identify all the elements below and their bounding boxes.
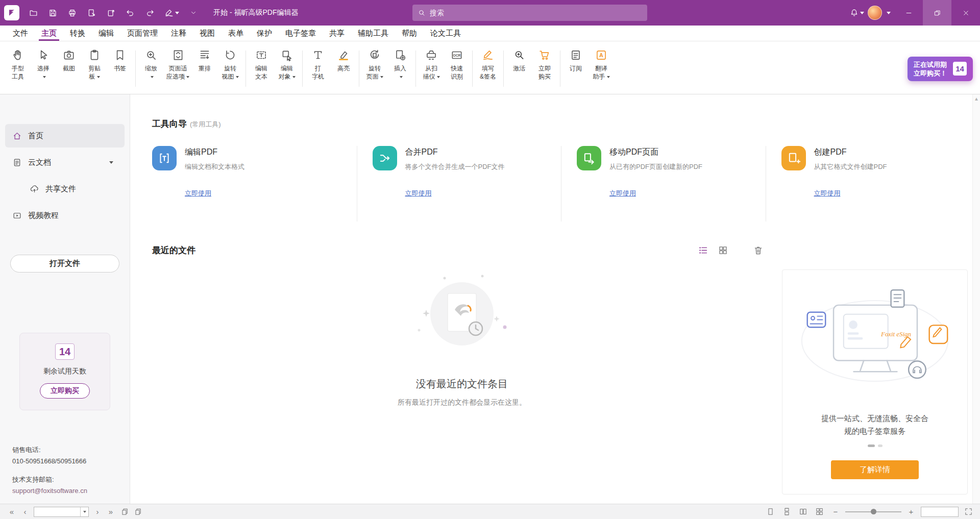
tab-form[interactable]: 表单: [222, 26, 250, 41]
close-button[interactable]: [951, 0, 980, 26]
redo-icon[interactable]: [141, 4, 158, 21]
ribbon-item-edit-object[interactable]: 编辑 对象: [274, 44, 300, 93]
tab-help[interactable]: 帮助: [395, 26, 424, 41]
account-dropdown-icon[interactable]: [882, 4, 894, 21]
merge-pdf-icon[interactable]: [373, 146, 397, 170]
ribbon-item-edit-text[interactable]: 编辑 文本: [249, 44, 274, 93]
last-page-icon[interactable]: »: [104, 506, 117, 518]
ribbon-item-typewriter[interactable]: 打 字机: [305, 44, 331, 93]
tab-protect[interactable]: 保护: [250, 26, 279, 41]
dot-active[interactable]: [868, 444, 875, 447]
zoom-in-icon[interactable]: +: [904, 506, 918, 518]
tab-comment[interactable]: 注释: [164, 26, 193, 41]
ribbon-label: 立即: [538, 64, 551, 72]
user-avatar[interactable]: [868, 6, 882, 20]
dot[interactable]: [878, 444, 883, 447]
ribbon-item-activate[interactable]: 激活: [506, 44, 532, 93]
ribbon-item-bookmark[interactable]: 书签: [107, 44, 133, 93]
tab-convert[interactable]: 转换: [63, 26, 92, 41]
undo-icon[interactable]: [121, 4, 139, 21]
use-now-link[interactable]: 立即使用: [185, 189, 211, 198]
export-icon[interactable]: [102, 4, 119, 21]
ribbon-item-fit-page[interactable]: 页面适 应选项: [164, 44, 192, 93]
create-pdf-icon[interactable]: [781, 146, 806, 170]
first-page-icon[interactable]: «: [5, 506, 18, 518]
trash-icon[interactable]: [752, 244, 765, 257]
ribbon-item-insert[interactable]: 插入: [387, 44, 413, 93]
tab-edit[interactable]: 编辑: [92, 26, 120, 41]
ribbon-item-translate-assistant[interactable]: 翻译 助手: [589, 44, 614, 93]
grid-view-icon[interactable]: [717, 244, 729, 257]
tab-home[interactable]: 主页: [35, 26, 63, 41]
save-as-icon[interactable]: [83, 4, 100, 21]
ribbon-item-snapshot[interactable]: 截图: [56, 44, 82, 93]
open-file-button[interactable]: 打开文件: [10, 255, 119, 273]
single-page-view-icon[interactable]: [764, 506, 777, 518]
ribbon-item-quick-ocr[interactable]: 快速 识别: [444, 44, 470, 93]
tab-view[interactable]: 视图: [193, 26, 222, 41]
ribbon-item-hand-tool[interactable]: 手型 工具: [5, 44, 31, 93]
search-input[interactable]: [430, 9, 642, 17]
edit-pdf-icon[interactable]: [152, 146, 177, 170]
list-view-icon[interactable]: [697, 244, 709, 257]
ribbon-item-from-scanner[interactable]: 从扫 描仪: [419, 44, 444, 93]
tab-share[interactable]: 共享: [323, 26, 351, 41]
next-view-icon[interactable]: [131, 506, 144, 518]
support-email-link[interactable]: support@foxitsoftware.cn: [12, 485, 87, 497]
ribbon-item-select[interactable]: 选择: [31, 44, 56, 93]
facing-continuous-view-icon[interactable]: [813, 506, 826, 518]
sidebar-item-home[interactable]: 首页: [5, 124, 125, 147]
continuous-view-icon[interactable]: [780, 506, 793, 518]
ocr-icon: [450, 46, 463, 64]
zoom-level-input[interactable]: [921, 508, 958, 517]
use-now-link[interactable]: 立即使用: [609, 189, 636, 198]
notifications-bell-icon[interactable]: [845, 4, 868, 21]
minimize-button[interactable]: [894, 0, 923, 26]
ribbon-item-rotate-pages[interactable]: 旋转 页面: [362, 44, 387, 93]
trial-buy-badge[interactable]: 正在试用期 立即购买！ 14: [908, 57, 973, 81]
sidebar-item-cloud-docs[interactable]: 云文档: [5, 151, 125, 174]
ribbon-item-buy-now[interactable]: 立即 购买: [532, 44, 557, 93]
ribbon-item-rotate-view[interactable]: 旋转 视图: [217, 44, 243, 93]
collapse-ribbon-icon[interactable]: [185, 4, 202, 21]
sidebar-item-video-tutorials[interactable]: 视频教程: [5, 204, 125, 227]
tool-card-title: 合并PDF: [405, 146, 505, 158]
tab-accessibility[interactable]: 辅助工具: [351, 26, 395, 41]
zoom-slider-thumb[interactable]: [871, 509, 876, 514]
tab-page-manage[interactable]: 页面管理: [120, 26, 164, 41]
foxit-logo-icon[interactable]: [4, 5, 19, 20]
use-now-link[interactable]: 立即使用: [405, 189, 432, 198]
buy-now-button[interactable]: 立即购买: [40, 383, 90, 399]
learn-more-button[interactable]: 了解详情: [831, 460, 919, 479]
zoom-slider[interactable]: [845, 507, 901, 517]
tab-file[interactable]: 文件: [6, 26, 35, 41]
next-page-icon[interactable]: ›: [91, 506, 104, 518]
tab-esign[interactable]: 电子签章: [279, 26, 323, 41]
restore-button[interactable]: [923, 0, 951, 26]
sidebar-item-shared-files[interactable]: 共享文件: [5, 177, 125, 201]
open-icon[interactable]: [24, 4, 42, 21]
ribbon-item-clipboard[interactable]: 剪贴 板: [82, 44, 107, 93]
ribbon-item-highlight[interactable]: 高亮: [331, 44, 356, 93]
tab-paper-tools[interactable]: 论文工具: [424, 26, 468, 41]
zoom-out-icon[interactable]: −: [829, 506, 842, 518]
ribbon-item-subscribe[interactable]: 订阅: [563, 44, 589, 93]
previous-view-icon[interactable]: [117, 506, 131, 518]
print-icon[interactable]: [63, 4, 81, 21]
use-now-link[interactable]: 立即使用: [814, 189, 841, 198]
facing-view-icon[interactable]: [796, 506, 810, 518]
move-pdf-pages-icon[interactable]: [577, 146, 601, 170]
chevron-down-icon[interactable]: [109, 161, 113, 164]
search-box[interactable]: [412, 5, 647, 21]
quick-sign-icon[interactable]: [160, 4, 183, 21]
support-email-label: 技术支持邮箱:: [12, 474, 87, 485]
scrollbar[interactable]: ▲: [972, 94, 980, 504]
page-dropdown-icon[interactable]: [80, 507, 88, 516]
previous-page-icon[interactable]: ‹: [18, 506, 32, 518]
ribbon-item-fill-sign[interactable]: 填写 &签名: [475, 44, 501, 93]
ribbon-item-zoom[interactable]: 缩放: [138, 44, 164, 93]
page-number-input[interactable]: [34, 508, 80, 515]
ribbon-item-reflow[interactable]: 重排: [192, 44, 217, 93]
save-icon[interactable]: [44, 4, 61, 21]
fullscreen-icon[interactable]: [962, 506, 975, 518]
